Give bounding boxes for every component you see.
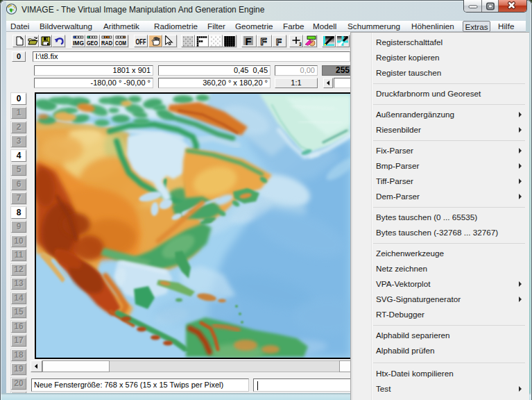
svg-text:F: F: [276, 37, 282, 47]
svg-text:GEO: GEO: [87, 39, 98, 47]
svg-text:IMG: IMG: [73, 39, 84, 47]
svg-text:F: F: [260, 35, 266, 47]
svg-text:3: 3: [299, 42, 302, 47]
svg-text:F: F: [245, 35, 251, 47]
svg-text:OFF: OFF: [135, 38, 146, 46]
svg-text:COM: COM: [115, 39, 126, 47]
svg-text:RAD: RAD: [101, 39, 112, 47]
